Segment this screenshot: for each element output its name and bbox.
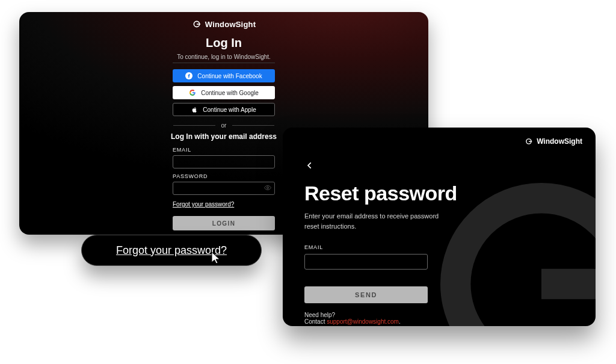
password-label: PASSWORD	[173, 173, 275, 179]
email-label: EMAIL	[173, 147, 275, 153]
send-button[interactable]: SEND	[304, 286, 428, 303]
windowsight-icon	[525, 137, 533, 146]
svg-rect-5	[541, 269, 596, 299]
brand-name: WindowSight	[205, 20, 256, 29]
support-email-link[interactable]: support@windowsight.com	[327, 318, 399, 325]
chevron-left-icon	[306, 161, 314, 170]
login-button[interactable]: LOGIN	[173, 216, 275, 230]
windowsight-icon	[192, 19, 202, 29]
back-button[interactable]	[304, 160, 315, 171]
google-icon	[189, 89, 196, 96]
brand-logo: WindowSight	[19, 12, 428, 29]
continue-google-button[interactable]: Continue with Google	[173, 86, 275, 99]
login-subtitle: To continue, log in to WindowSight.	[140, 54, 308, 60]
show-password-icon[interactable]	[264, 183, 271, 194]
svg-rect-7	[529, 141, 532, 141]
divider	[173, 125, 215, 126]
apple-icon	[191, 106, 198, 113]
password-input[interactable]	[173, 182, 275, 195]
forgot-password-callout-text: Forgot your password?	[116, 244, 227, 257]
help-contact-prefix: Contact	[304, 318, 327, 325]
continue-facebook-button[interactable]: Continue with Facebook	[173, 69, 275, 82]
email-input[interactable]	[173, 155, 275, 168]
continue-apple-button[interactable]: Continue with Apple	[173, 103, 275, 116]
help-suffix: .	[399, 318, 401, 325]
reset-subtitle: Enter your email address to receive pass…	[304, 211, 449, 231]
reset-password-screen: WindowSight Reset password Enter your em…	[283, 128, 596, 326]
forgot-password-link[interactable]: Forgot your password?	[173, 201, 234, 208]
forgot-password-callout: Forgot your password?	[81, 235, 262, 266]
reset-email-input[interactable]	[304, 254, 428, 270]
reset-email-label: EMAIL	[304, 244, 481, 250]
continue-facebook-label: Continue with Facebook	[197, 73, 262, 79]
continue-apple-label: Continue with Apple	[203, 106, 256, 113]
continue-google-label: Continue with Google	[201, 90, 259, 96]
svg-point-3	[267, 187, 269, 189]
help-block: Need help? Contact support@windowsight.c…	[304, 312, 481, 325]
divider	[232, 125, 274, 126]
brand-logo: WindowSight	[525, 137, 582, 146]
or-label: or	[221, 122, 227, 129]
login-title: Log In	[140, 36, 308, 50]
brand-name: WindowSight	[537, 137, 582, 146]
svg-rect-1	[197, 23, 200, 25]
or-divider: or	[140, 122, 308, 129]
facebook-icon	[185, 72, 192, 79]
reset-title: Reset password	[304, 182, 481, 205]
divider	[173, 63, 275, 63]
help-question: Need help?	[304, 312, 481, 318]
